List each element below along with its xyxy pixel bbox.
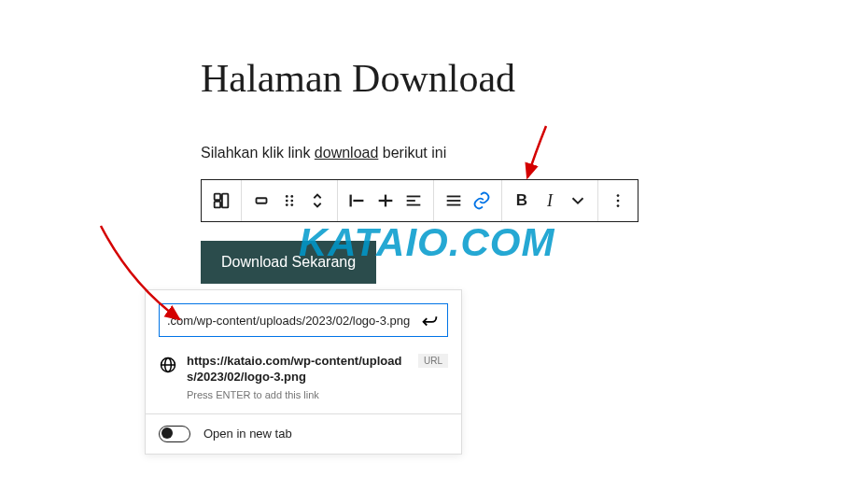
- open-new-tab-toggle[interactable]: [159, 426, 190, 442]
- svg-rect-2: [222, 194, 228, 208]
- svg-point-21: [617, 200, 620, 203]
- svg-rect-1: [215, 202, 220, 207]
- svg-point-20: [617, 194, 620, 197]
- intro-after: berikut ini: [378, 145, 446, 161]
- drag-handle-icon[interactable]: [275, 187, 303, 215]
- link-suggestion[interactable]: https://kataio.com/wp-content/uploads/20…: [146, 346, 461, 413]
- bold-button[interactable]: B: [508, 187, 536, 215]
- svg-point-8: [286, 203, 288, 206]
- svg-point-9: [290, 203, 293, 206]
- intro-paragraph[interactable]: Silahkan klik link download berikut ini: [201, 145, 446, 161]
- intro-link-word: download: [315, 145, 379, 161]
- align-text-button[interactable]: [400, 187, 428, 215]
- block-type-button[interactable]: [207, 187, 235, 215]
- link-url-input[interactable]: [167, 314, 419, 328]
- more-options-button[interactable]: [604, 187, 632, 215]
- toggle-knob: [161, 427, 173, 439]
- svg-point-4: [286, 195, 288, 198]
- suggestion-url-text: https://kataio.com/wp-content/uploads/20…: [187, 354, 409, 385]
- open-new-tab-label: Open in new tab: [203, 427, 292, 441]
- submit-link-button[interactable]: [419, 310, 440, 330]
- align-left-button[interactable]: [344, 187, 372, 215]
- globe-icon: [159, 356, 177, 374]
- url-badge: URL: [418, 354, 448, 368]
- block-toolbar: B I: [201, 179, 638, 222]
- svg-rect-3: [257, 198, 267, 203]
- svg-point-22: [617, 204, 620, 207]
- svg-rect-0: [215, 194, 220, 200]
- italic-button[interactable]: I: [536, 187, 564, 215]
- svg-point-7: [290, 200, 293, 203]
- more-formatting-button[interactable]: [564, 187, 592, 215]
- svg-point-5: [290, 195, 293, 198]
- width-button[interactable]: [247, 187, 275, 215]
- align-middle-button[interactable]: [372, 187, 400, 215]
- move-arrows-icon[interactable]: [303, 187, 331, 215]
- justify-button[interactable]: [440, 187, 468, 215]
- link-button[interactable]: [468, 187, 496, 215]
- download-button[interactable]: Download Sekarang: [201, 241, 376, 284]
- page-title: Halaman Download: [201, 56, 515, 101]
- link-input-container: [159, 303, 448, 337]
- svg-point-6: [286, 200, 288, 203]
- intro-before: Silahkan klik link: [201, 145, 315, 161]
- link-popover: https://kataio.com/wp-content/uploads/20…: [145, 289, 462, 455]
- suggestion-hint-text: Press ENTER to add this link: [187, 389, 409, 400]
